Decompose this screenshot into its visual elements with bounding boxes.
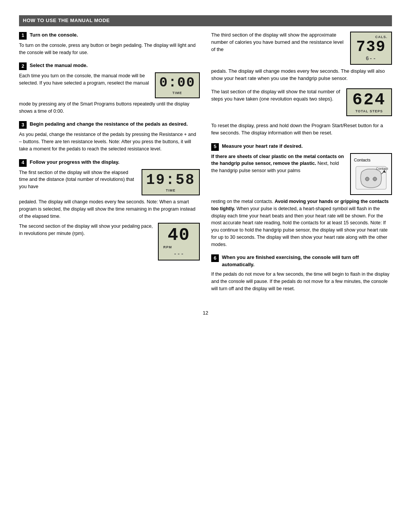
step-4-body: The first section of the display will sh… xyxy=(19,169,200,260)
svg-point-1 xyxy=(365,177,369,181)
display-time-zero-label: TIME xyxy=(172,91,182,96)
display-time-zero: 0:00 xyxy=(159,76,195,90)
step-4-title: Follow your progress with the display. xyxy=(30,159,119,166)
step-4-rpm-display: 40 RPM --- xyxy=(158,223,200,260)
step-4: 4 Follow your progress with the display.… xyxy=(19,159,200,260)
reset-paragraph: To reset the display, press and hold dow… xyxy=(211,122,392,137)
step-3-number: 3 xyxy=(19,121,27,129)
step-5-body: If there are sheets of clear plastic on … xyxy=(211,153,392,248)
step-4-section1-text: The first section of the display will sh… xyxy=(19,170,134,190)
right-column: The third section of the display will sh… xyxy=(211,32,392,298)
step-2-body: Each time you turn on the console, the m… xyxy=(19,72,200,115)
cals-display-number: 739 xyxy=(356,40,386,55)
step-6-title: When you are finished exercising, the co… xyxy=(222,254,392,268)
cals-section: The third section of the display will sh… xyxy=(211,32,392,82)
step-4-section2-text: The second section of the display will s… xyxy=(19,224,153,236)
cals-body-after: pedals. The display will change modes ev… xyxy=(211,68,392,82)
page-title: HOW TO USE THE MANUAL MODE xyxy=(19,15,392,26)
step-3: 3 Begin pedaling and change the resistan… xyxy=(19,121,200,152)
cals-intro-text: The third section of the display will sh… xyxy=(211,32,344,52)
svg-text:Contacts: Contacts xyxy=(376,167,388,171)
contacts-svg: Contacts xyxy=(354,165,388,191)
step-6: 6 When you are finished exercising, the … xyxy=(211,254,392,292)
step-2-text-part2: mode by pressing any of the Smart Progra… xyxy=(19,101,200,115)
display-rpm-label: RPM xyxy=(163,245,172,250)
step-6-body: If the pedals do not move for a few seco… xyxy=(211,271,392,292)
cals-display-sub: 6-- xyxy=(366,55,376,62)
total-steps-number: 624 xyxy=(352,91,386,108)
display-rpm-sub: --- xyxy=(174,250,184,258)
step-1-number: 1 xyxy=(19,32,27,40)
page-number: 12 xyxy=(19,310,392,317)
step-2-title: Select the manual mode. xyxy=(30,62,88,69)
step-4-time-display: 19:58 TIME xyxy=(142,169,200,196)
step-4-after-display: pedaled. The display will change modes e… xyxy=(19,198,200,220)
step-2: 2 Select the manual mode. Each time you … xyxy=(19,62,200,115)
step-6-number: 6 xyxy=(211,254,219,262)
steps-section: The last section of the display will sho… xyxy=(211,88,392,116)
step-5: 5 Measure your heart rate if desired. If… xyxy=(211,143,392,248)
step-1-title: Turn on the console. xyxy=(30,32,78,39)
step-5-number: 5 xyxy=(211,143,219,151)
step-2-text-part1: Each time you turn on the console, the m… xyxy=(19,73,149,86)
total-steps-label: TOTAL STEPS xyxy=(355,109,383,114)
step-2-display: 0:00 TIME xyxy=(155,72,200,98)
step-1-body: To turn on the console, press any button… xyxy=(19,42,200,56)
display-rpm-number: 40 xyxy=(167,227,190,244)
cals-display: CALS. 739 6-- xyxy=(350,32,392,65)
left-column: 1 Turn on the console. To turn on the co… xyxy=(19,32,200,298)
contacts-illustration: Contacts Contacts xyxy=(350,153,392,195)
svg-point-2 xyxy=(373,177,377,181)
total-steps-display: 624 TOTAL STEPS xyxy=(346,88,392,116)
step-5-title: Measure your heart rate if desired. xyxy=(222,143,303,150)
display-elapsed-time: 19:58 xyxy=(146,173,195,187)
display-elapsed-label: TIME xyxy=(166,188,176,193)
step-3-title: Begin pedaling and change the resistance… xyxy=(30,121,188,128)
step-5-body-final: When your pulse is detected, a heart-sha… xyxy=(211,206,387,247)
step-5-body-cont: resting on the metal contacts. Avoid mov… xyxy=(211,198,392,248)
step-3-body: As you pedal, change the resistance of t… xyxy=(19,131,200,152)
contacts-label: Contacts xyxy=(354,157,370,163)
steps-intro-text: The last section of the display will sho… xyxy=(211,89,340,102)
step-2-number: 2 xyxy=(19,62,27,70)
step-1: 1 Turn on the console. To turn on the co… xyxy=(19,32,200,56)
step-4-number: 4 xyxy=(19,159,27,167)
